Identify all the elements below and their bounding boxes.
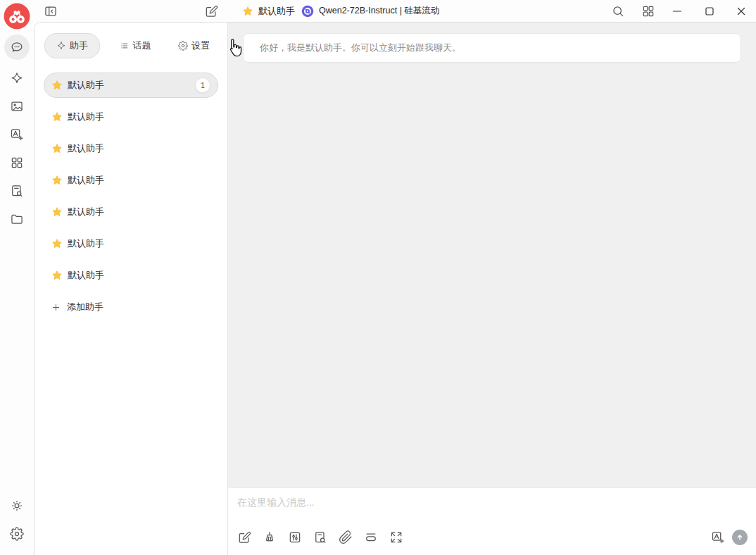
add-assistant-button[interactable]: 添加助手	[44, 294, 218, 320]
send-message-button[interactable]	[732, 530, 748, 545]
send-arrow-icon	[735, 532, 745, 542]
current-assistant-button[interactable]: 默认助手	[242, 5, 295, 18]
current-assistant-label: 默认助手	[258, 5, 295, 18]
sidebar-item-paintings[interactable]	[7, 96, 27, 116]
greeting-text: 你好，我是默认助手。你可以立刻开始跟我聊天。	[260, 42, 461, 54]
top-navbar: 默认助手 Qwen2-72B-Instruct | 硅基流动	[34, 0, 756, 22]
assistant-list-item[interactable]: 默认助手	[44, 263, 218, 288]
tab-assistants-label: 助手	[70, 39, 88, 52]
message-composer	[228, 487, 756, 555]
list-icon	[120, 41, 130, 51]
attach-file-button[interactable]	[337, 529, 354, 546]
assistant-list-item[interactable]: 默认助手	[44, 199, 218, 225]
clear-broom-icon	[263, 530, 277, 544]
assistant-item-label: 默认助手	[68, 269, 104, 282]
apps-grid-icon	[10, 156, 24, 170]
new-topic-button[interactable]	[203, 3, 220, 20]
star-icon	[51, 175, 63, 186]
search-icon	[611, 4, 625, 18]
star-icon	[51, 238, 63, 249]
model-settings-button[interactable]	[286, 529, 303, 546]
cherry-studio-logo	[3, 2, 31, 30]
minimize-icon	[672, 6, 682, 16]
tab-settings[interactable]: 设置	[170, 33, 218, 58]
sidebar-item-apps[interactable]	[7, 153, 27, 173]
compose-edit-icon	[204, 4, 218, 18]
plus-icon	[51, 302, 61, 313]
gear-icon	[178, 41, 188, 51]
chat-bubble-icon	[10, 40, 24, 54]
assistant-list-item[interactable]: 默认助手	[44, 104, 218, 130]
image-icon	[10, 99, 24, 113]
star-icon	[242, 6, 253, 17]
translate-icon	[711, 530, 725, 544]
assistant-item-label: 默认助手	[68, 111, 104, 123]
star-icon	[51, 270, 63, 281]
expand-input-button[interactable]	[388, 529, 405, 546]
translate-icon	[10, 127, 24, 142]
apps-grid-icon	[641, 4, 655, 18]
attachment-paperclip-icon	[339, 530, 353, 544]
assistant-item-label: 默认助手	[68, 237, 104, 250]
chat-area: 你好，我是默认助手。你可以立刻开始跟我聊天。	[228, 23, 756, 555]
topic-search-button[interactable]	[312, 529, 329, 546]
content-container: 助手 话题 设置 默认助手 1 默认助	[34, 22, 756, 555]
assistant-item-label: 默认助手	[68, 206, 104, 218]
model-selector-label: Qwen2-72B-Instruct | 硅基流动	[319, 5, 439, 17]
tab-topics-label: 话题	[133, 39, 151, 52]
assistant-item-label: 默认助手	[68, 142, 104, 155]
maximize-icon	[705, 6, 714, 16]
tab-topics[interactable]: 话题	[112, 33, 159, 58]
app-window: 默认助手 Qwen2-72B-Instruct | 硅基流动	[0, 0, 756, 555]
star-icon	[51, 80, 63, 91]
collapse-sidebar-button[interactable]	[42, 3, 59, 20]
topic-count-badge: 1	[195, 77, 210, 93]
panel-tabs: 助手 话题 设置	[44, 34, 218, 58]
panel-collapse-icon	[44, 4, 58, 18]
mini-apps-button[interactable]	[640, 3, 657, 20]
theme-sun-icon	[10, 499, 24, 513]
sidebar-footer	[7, 487, 27, 544]
assistant-item-label: 默认助手	[68, 174, 104, 187]
app-sidebar	[0, 0, 34, 555]
star-icon	[51, 111, 63, 123]
assistant-list-item[interactable]: 默认助手 1	[44, 73, 218, 98]
sparkle-icon	[56, 41, 66, 51]
assistant-list-item[interactable]: 默认助手	[44, 168, 218, 193]
sidebar-item-knowledge[interactable]	[7, 181, 27, 201]
composer-toolbar	[228, 525, 756, 555]
theme-toggle-button[interactable]	[7, 496, 27, 516]
assistant-item-label: 默认助手	[68, 79, 104, 92]
model-selector-button[interactable]: Qwen2-72B-Instruct | 硅基流动	[301, 5, 439, 18]
sidebar-item-files[interactable]	[7, 209, 27, 229]
sidebar-item-agents[interactable]	[7, 68, 27, 88]
add-assistant-label: 添加助手	[67, 301, 103, 313]
window-close-button[interactable]	[733, 3, 750, 20]
clear-messages-button[interactable]	[261, 529, 278, 546]
window-minimize-button[interactable]	[669, 3, 686, 20]
clear-context-button[interactable]	[363, 529, 379, 546]
new-topic-edit-icon	[237, 530, 251, 544]
assistant-list-item[interactable]: 默认助手	[44, 231, 218, 256]
sidebar-item-assistants[interactable]	[4, 35, 30, 60]
folder-icon	[10, 212, 24, 226]
sidebar-item-translate[interactable]	[7, 125, 27, 144]
topic-search-icon	[313, 530, 327, 544]
message-input[interactable]	[228, 488, 756, 525]
global-search-button[interactable]	[610, 3, 626, 20]
settings-gear-icon	[10, 527, 24, 541]
clear-context-icon	[364, 530, 378, 544]
tab-assistants[interactable]: 助手	[44, 33, 100, 58]
siliconflow-model-icon	[301, 5, 314, 18]
translate-input-button[interactable]	[710, 529, 726, 546]
settings-button[interactable]	[7, 524, 27, 544]
messages-scroll-area[interactable]: 你好，我是默认助手。你可以立刻开始跟我聊天。	[228, 23, 756, 487]
assistant-greeting-message: 你好，我是默认助手。你可以立刻开始跟我聊天。	[243, 33, 741, 63]
new-topic-button[interactable]	[236, 529, 253, 546]
model-sliders-icon	[288, 530, 302, 544]
star-icon	[51, 143, 63, 154]
assistants-panel: 助手 话题 设置 默认助手 1 默认助	[34, 23, 228, 555]
close-icon	[736, 6, 746, 16]
assistant-list-item[interactable]: 默认助手	[44, 136, 218, 161]
window-maximize-button[interactable]	[701, 3, 718, 20]
